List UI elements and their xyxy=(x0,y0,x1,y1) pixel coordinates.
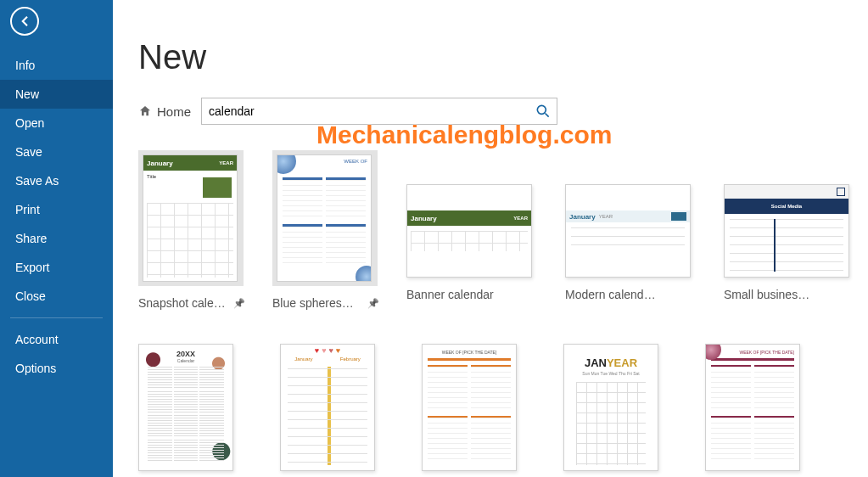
template-card[interactable]: WEEK OF [PICK THE DATE] Weekly appoi… xyxy=(422,344,536,477)
template-card[interactable]: WEEK OF [PICK THE DATE] Rose suite ap… xyxy=(705,344,820,477)
template-thumbnail: January YEAR xyxy=(565,184,691,278)
template-thumbnail: JanuaryYEAR Title xyxy=(143,154,238,282)
template-grid: JanuaryYEAR Title Snapshot cale…📌WEEK OF… xyxy=(138,150,868,477)
sidebar-item-close[interactable]: Close xyxy=(0,282,113,311)
template-card[interactable]: WEEK OF Blue spheres…📌 xyxy=(272,150,379,310)
search-box xyxy=(201,98,557,125)
template-name: Blue spheres… xyxy=(272,296,354,310)
main-panel: New Home Mechanicalengblog.com JanuaryYE… xyxy=(113,0,868,477)
sidebar-item-export[interactable]: Export xyxy=(0,253,113,282)
sidebar-item-save-as[interactable]: Save As xyxy=(0,166,113,195)
svg-point-0 xyxy=(537,105,546,114)
template-card[interactable]: Social Media Small busines… xyxy=(724,150,855,310)
pin-icon[interactable]: 📌 xyxy=(233,298,245,309)
template-thumbnail: WEEK OF [PICK THE DATE] xyxy=(422,344,517,471)
breadcrumb: Home xyxy=(138,98,868,125)
watermark-text: Mechanicalengblog.com xyxy=(316,121,612,149)
arrow-left-icon xyxy=(17,14,32,29)
template-thumbnail: WEEK OF [PICK THE DATE] xyxy=(705,344,800,471)
sidebar-item-account[interactable]: Account xyxy=(0,325,113,354)
sidebar-item-new[interactable]: New xyxy=(0,80,113,109)
sidebar-item-share[interactable]: Share xyxy=(0,224,113,253)
template-thumbnail: Social Media xyxy=(724,184,849,278)
pin-icon[interactable]: 📌 xyxy=(367,298,379,309)
search-button[interactable] xyxy=(529,98,557,124)
sidebar-item-save[interactable]: Save xyxy=(0,137,113,166)
template-name: Banner calendar xyxy=(406,288,494,301)
template-name: Small busines… xyxy=(724,288,809,301)
template-card[interactable]: ♥♥♥♥ JanuaryFebruary Birthday and… xyxy=(280,344,395,477)
backstage-sidebar: InfoNewOpenSaveSave AsPrintShareExportCl… xyxy=(0,0,113,477)
sidebar-item-open[interactable]: Open xyxy=(0,109,113,137)
template-name: Modern calendar w… xyxy=(565,288,658,301)
svg-line-1 xyxy=(546,114,549,117)
sidebar-item-options[interactable]: Options xyxy=(0,354,113,383)
template-thumbnail: WEEK OF xyxy=(277,154,372,282)
template-card[interactable]: JanuaryYEAR Title Snapshot cale…📌 xyxy=(138,150,245,310)
template-thumbnail: ♥♥♥♥ JanuaryFebruary xyxy=(280,344,375,471)
template-name: Snapshot cale… xyxy=(138,296,226,310)
sidebar-item-info[interactable]: Info xyxy=(0,51,113,80)
back-button[interactable] xyxy=(10,7,39,36)
template-card[interactable]: 20XX Calendar Modern floral… xyxy=(138,344,253,477)
template-thumbnail: 20XX Calendar xyxy=(138,344,233,471)
template-thumbnail: JANYEAR Sun Mon Tue Wed Thu Fri Sat xyxy=(563,344,658,471)
search-icon xyxy=(535,103,552,120)
home-icon xyxy=(138,104,152,118)
template-card[interactable]: JANYEAR Sun Mon Tue Wed Thu Fri Sat Cale… xyxy=(563,344,678,477)
template-thumbnail: JanuaryYEAR xyxy=(406,184,532,278)
breadcrumb-home[interactable]: Home xyxy=(157,104,191,119)
search-input[interactable] xyxy=(202,98,529,124)
template-card[interactable]: January YEAR Modern calendar w… xyxy=(565,150,697,310)
page-title: New xyxy=(138,38,868,76)
sidebar-item-print[interactable]: Print xyxy=(0,195,113,224)
template-card[interactable]: JanuaryYEAR Banner calendar xyxy=(406,150,538,310)
menu-separator xyxy=(10,317,103,318)
